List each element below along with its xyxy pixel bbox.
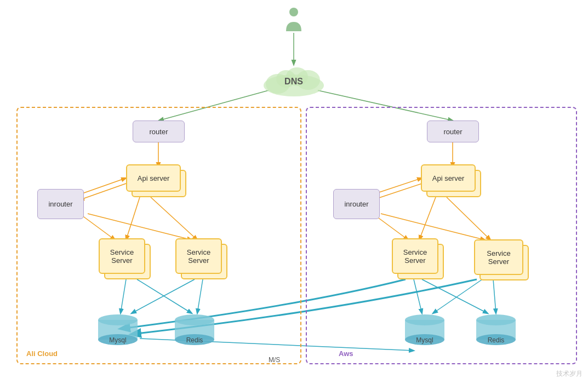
api-server-right: Api server [421,164,476,192]
redis-right: Redis [474,313,518,346]
region-ali-box [16,107,301,364]
redis-left-label: Redis [186,336,203,344]
person-icon [284,7,304,34]
api-server-left: Api server [126,164,181,192]
mysql-right-label: Mysql [416,336,433,344]
mysql-right: Mysql [403,313,447,346]
watermark: 技术岁月 [556,369,583,379]
dns-label: DNS [284,77,303,87]
inrouter-right: inrouter [333,189,380,219]
redis-left: Redis [173,313,216,346]
service4: Service Server [474,239,523,275]
router-left: router [133,121,185,142]
diagram-container: DNS Ali Cloud Aws router Api server inro… [0,0,588,384]
service3: Service Server [392,238,438,274]
ms-label: M/S [269,356,280,364]
dns-cloud: DNS [259,65,329,99]
redis-right-label: Redis [488,336,505,344]
service2: Service Server [175,238,222,274]
mysql-left: Mysql [96,313,140,346]
svg-point-26 [289,8,298,16]
router-right: router [427,121,479,142]
inrouter-left: inrouter [37,189,84,219]
service1: Service Server [99,238,145,274]
mysql-left-label: Mysql [109,336,126,344]
region-aws-label: Aws [339,349,353,358]
region-ali-label: Ali Cloud [26,349,58,358]
